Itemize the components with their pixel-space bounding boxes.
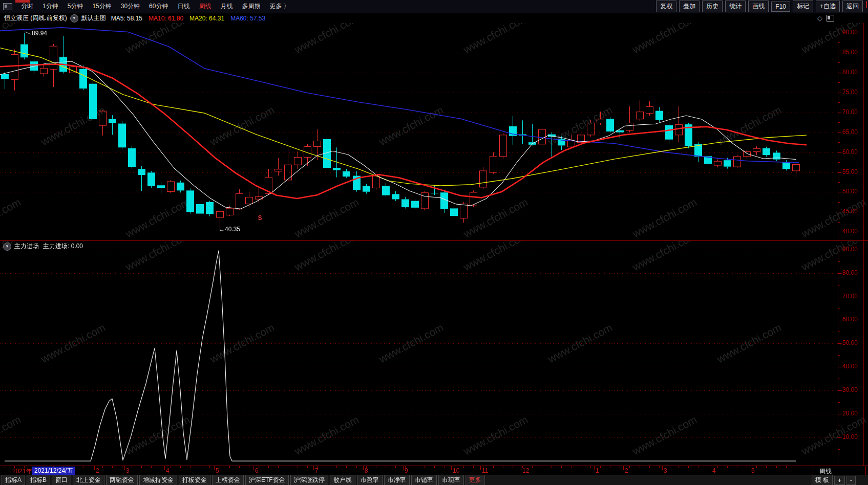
month-tick-label: 6: [255, 467, 259, 474]
period-tab[interactable]: 1分钟: [38, 0, 63, 13]
period-tab[interactable]: 日线: [173, 0, 194, 13]
period-tab[interactable]: 5分钟: [63, 0, 88, 13]
period-tab[interactable]: 30分钟: [116, 0, 144, 13]
period-tab[interactable]: 周线: [194, 0, 216, 13]
period-tab[interactable]: 多周期: [237, 0, 265, 13]
indicator-button[interactable]: 窗口: [52, 475, 71, 485]
indicator-button[interactable]: 打板资金: [179, 475, 210, 485]
indicator-button[interactable]: 北上资金: [73, 475, 104, 485]
month-tick-label: 7: [315, 467, 319, 474]
window-artifact: [15, 0, 30, 3]
period-toolbar: 分时1分钟5分钟15分钟30分钟60分钟日线周线月线多周期更多 〉 复权叠加历史…: [0, 0, 868, 13]
price-tick-label: 50.00: [842, 188, 866, 195]
month-tick-label: 2: [96, 467, 99, 474]
indicator-button[interactable]: 沪深涨跌停: [290, 475, 328, 485]
indicator-button[interactable]: 沪深ETF资金: [245, 475, 289, 485]
period-tab[interactable]: 更多 〉: [265, 0, 294, 13]
price-tick-label: 65.00: [842, 128, 866, 136]
month-tick-label: 5: [216, 467, 219, 474]
indicator-value: 主力进场: 0.00: [43, 242, 83, 251]
toolbar-right-button[interactable]: +: [834, 476, 845, 485]
indicator-button[interactable]: 两融资金: [106, 475, 138, 485]
indicator-button[interactable]: 散户线: [330, 475, 355, 485]
split-window-icon[interactable]: [827, 15, 834, 21]
time-axis-ticks: [0, 466, 868, 475]
ma-value: MA20: 64.31: [189, 15, 224, 22]
period-box-border: [865, 466, 866, 475]
toolbar-actions: 复权叠加历史统计画线F10标记+自选返回: [653, 1, 863, 12]
indicator-dropdown-icon[interactable]: ▾: [3, 242, 11, 251]
month-tick-label: 4: [166, 467, 170, 474]
price-tick-label: 90.00: [842, 29, 866, 36]
indicator-toolbar-items: 指标A指标B窗口北上资金两融资金增减持资金打板资金上榜资金沪深ETF资金沪深涨跌…: [0, 475, 464, 485]
month-tick-label: 12: [522, 467, 529, 474]
indicator-tick-label: 40.00: [842, 363, 866, 370]
month-tick-label: 11: [482, 467, 488, 474]
chevron-down-icon: ▾: [73, 16, 75, 20]
toolbar-button[interactable]: 标记: [793, 1, 813, 12]
indicator-tick-label: 30.00: [842, 386, 866, 393]
indicator-tick-label: 10.00: [842, 433, 866, 440]
month-tick-label: 8: [365, 467, 368, 474]
info-bar-right: ◇: [817, 14, 834, 22]
indicator-tick-label: 60.00: [842, 316, 866, 323]
indicator-tick-label: 70.00: [842, 293, 866, 300]
ma-value: MA60: 57.53: [230, 15, 265, 22]
indicator-header: ▾ 主力进场 主力进场: 0.00: [0, 242, 83, 251]
month-tick-label: 9: [405, 467, 408, 474]
indicator-toolbar-right: 模 板+-: [810, 475, 856, 485]
price-tick-label: 60.00: [842, 148, 866, 156]
edge-marker: [866, 1, 867, 8]
time-axis: 2021年 2021/12/24/五 2345678910111212345 周…: [0, 466, 868, 475]
more-button[interactable]: 更多: [465, 475, 485, 485]
indicator-chart[interactable]: [0, 240, 868, 466]
month-tick-label: 10: [453, 467, 459, 474]
main-candlestick-chart[interactable]: [0, 23, 868, 240]
period-tab[interactable]: 60分钟: [144, 0, 173, 13]
diamond-icon[interactable]: ◇: [817, 14, 822, 22]
price-tick-label: 80.00: [842, 69, 866, 76]
indicator-button[interactable]: 市现率: [438, 475, 464, 485]
indicator-button[interactable]: 增减持资金: [139, 475, 177, 485]
price-tick-label: 70.00: [842, 108, 866, 116]
indicator-button[interactable]: 市盈率: [357, 475, 383, 485]
price-tick-label: 55.00: [842, 168, 866, 175]
toolbar-right-button[interactable]: -: [846, 476, 856, 485]
indicator-button[interactable]: 市销率: [411, 475, 437, 485]
panel-toggle-icon[interactable]: [3, 3, 12, 10]
event-marker: $: [258, 214, 262, 222]
toolbar-button[interactable]: 叠加: [679, 1, 700, 12]
indicator-tick-label: 20.00: [842, 410, 866, 417]
toolbar-button[interactable]: 复权: [656, 1, 676, 12]
ma-value: MA5: 58.15: [111, 15, 142, 22]
indicator-button[interactable]: 上榜资金: [212, 475, 244, 485]
price-tick-label: 40.00: [842, 228, 866, 235]
period-tab[interactable]: 月线: [216, 0, 237, 13]
period-tabs: 分时1分钟5分钟15分钟30分钟60分钟日线周线月线多周期更多 〉: [16, 0, 294, 13]
toolbar-button[interactable]: 历史: [702, 1, 723, 12]
price-tick-label: 85.00: [842, 49, 866, 56]
toolbar-right-button[interactable]: 模 板: [812, 475, 833, 485]
toolbar-button[interactable]: 统计: [725, 1, 746, 12]
toolbar-button[interactable]: 返回: [842, 1, 863, 12]
month-tick-label: 1: [596, 467, 599, 474]
indicator-button[interactable]: 指标A: [2, 475, 25, 485]
toolbar-button[interactable]: +自选: [816, 1, 840, 12]
period-box-border: [813, 466, 813, 475]
month-tick-label: 3: [664, 467, 667, 474]
indicator-button[interactable]: 市净率: [384, 475, 410, 485]
chart-dropdown-icon[interactable]: ▾: [70, 14, 78, 23]
low-price-annotation: ←40.35: [219, 226, 240, 233]
indicator-tick-label: 90.00: [842, 246, 866, 253]
indicator-button[interactable]: 指标B: [27, 475, 50, 485]
month-tick-label: 3: [126, 467, 130, 474]
symbol-title: 恒立液压 (周线.前复权): [4, 14, 67, 23]
panel-divider: [0, 240, 868, 241]
period-tab[interactable]: 15分钟: [88, 0, 116, 13]
price-tick-label: 45.00: [842, 208, 866, 215]
ma-values: MA5: 58.15MA10: 61.80MA20: 64.31MA60: 57…: [111, 15, 272, 22]
toolbar-button[interactable]: 画线: [748, 1, 769, 12]
toolbar-button[interactable]: F10: [771, 2, 790, 12]
info-bar: 恒立液压 (周线.前复权) ▾ 默认主图 MA5: 58.15MA10: 61.…: [0, 13, 868, 23]
month-tick-label: 5: [751, 467, 755, 474]
